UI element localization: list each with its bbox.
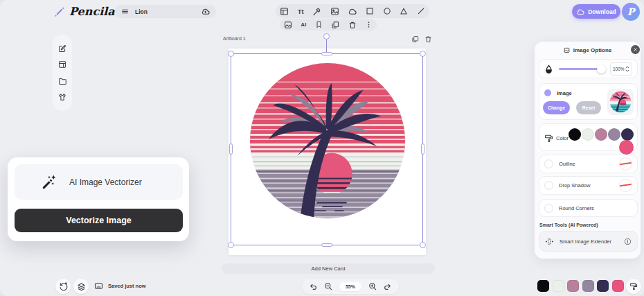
opacity-droplet-icon: [544, 64, 553, 73]
pencil-logo-icon: [54, 6, 66, 17]
panel-close-button[interactable]: [631, 45, 640, 54]
rotate-handle[interactable]: [323, 33, 330, 40]
opacity-slider[interactable]: [559, 68, 605, 70]
menu-icon[interactable]: [121, 8, 129, 15]
drop-shadow-toggle[interactable]: [544, 181, 553, 190]
paint-roller-icon: [544, 134, 553, 143]
artboard-duplicate-icon[interactable]: [411, 35, 419, 43]
magic-wand-icon: [41, 173, 58, 191]
resize-handle-ne[interactable]: [420, 51, 426, 57]
resize-handle-s[interactable]: [321, 243, 332, 247]
artboard-trash-icon[interactable]: [424, 35, 432, 43]
color-swatch[interactable]: [569, 128, 581, 141]
change-image-button[interactable]: Change: [543, 101, 570, 114]
cloud-sync-icon[interactable]: [201, 7, 210, 16]
history-button[interactable]: [55, 279, 71, 294]
main-toolbar: Tt: [276, 4, 429, 18]
color-swatch-list: [567, 128, 634, 155]
smart-extender-card[interactable]: Smart Image Extender: [539, 231, 638, 252]
zoom-level-value[interactable]: 55%: [339, 282, 361, 291]
undo-icon[interactable]: [309, 282, 317, 290]
artboard-icon[interactable]: [280, 7, 289, 16]
redo-icon[interactable]: [384, 282, 392, 290]
info-icon[interactable]: [624, 238, 632, 245]
saved-text: Saved just now: [108, 283, 146, 289]
trash-icon[interactable]: [348, 21, 357, 29]
image-extender-icon: [545, 237, 554, 246]
edit-icon[interactable]: [58, 44, 66, 53]
zoom-in-icon[interactable]: [368, 282, 377, 290]
add-new-card-button[interactable]: Add New Card: [222, 263, 435, 274]
color-swatch[interactable]: [567, 280, 579, 292]
resize-handle-sw[interactable]: [228, 242, 234, 248]
color-swatch[interactable]: [582, 280, 594, 292]
color-swatch[interactable]: [621, 128, 634, 141]
logo-text: Pencila: [69, 5, 115, 18]
zoom-controls: 55%: [302, 279, 399, 294]
color-swatch[interactable]: [553, 280, 564, 292]
outline-toggle[interactable]: [544, 159, 553, 168]
download-label: Download: [588, 8, 616, 15]
opacity-value-stepper[interactable]: 100%: [610, 62, 632, 76]
resize-handle-se[interactable]: [420, 242, 426, 248]
drop-shadow-card: Drop Shadow: [539, 176, 638, 195]
resize-handle-e[interactable]: [421, 143, 424, 155]
drop-shadow-label: Drop Shadow: [559, 182, 614, 189]
drop-shadow-none-swatch[interactable]: [619, 179, 632, 192]
square-icon[interactable]: [366, 7, 374, 15]
color-swatch[interactable]: [608, 128, 620, 141]
object-toolbar: AI: [280, 19, 377, 31]
reset-image-button[interactable]: Reset: [576, 101, 601, 114]
resize-handle-w[interactable]: [229, 143, 233, 155]
zoom-out-icon[interactable]: [324, 282, 332, 290]
opacity-value: 100%: [613, 67, 625, 71]
artboard-label[interactable]: Artboard 1: [223, 36, 246, 41]
quick-color-palette: [537, 280, 624, 292]
vectorizer-title: AI Image Vectorizer: [69, 177, 142, 187]
line-icon[interactable]: [417, 7, 425, 15]
pen-icon[interactable]: [312, 7, 321, 16]
more-icon[interactable]: [365, 21, 373, 28]
folder-icon[interactable]: [58, 77, 66, 85]
image-icon[interactable]: [330, 7, 339, 16]
outline-none-swatch[interactable]: [619, 157, 632, 171]
circle-icon[interactable]: [383, 7, 391, 15]
vectorizer-header-card: AI Image Vectorizer: [15, 164, 183, 200]
cloud-upload-icon[interactable]: [348, 7, 357, 16]
download-button[interactable]: Download: [572, 4, 620, 19]
reset-label: Reset: [582, 105, 596, 110]
round-corners-toggle[interactable]: [544, 204, 553, 213]
duplicate-icon[interactable]: [331, 21, 339, 29]
bookmark-icon[interactable]: [315, 21, 323, 28]
color-swatch[interactable]: [619, 140, 634, 155]
color-swatch[interactable]: [582, 128, 594, 141]
triangle-icon[interactable]: [400, 7, 408, 15]
photo-icon[interactable]: [284, 21, 292, 29]
color-swatch[interactable]: [597, 280, 609, 292]
stepper-chevrons-icon[interactable]: [625, 66, 629, 72]
tshirt-icon[interactable]: [58, 93, 66, 101]
rotation-line: [326, 39, 327, 53]
app-logo[interactable]: Pencila: [54, 5, 115, 18]
image-thumbnail[interactable]: [607, 89, 634, 115]
resize-handle-n[interactable]: [321, 52, 332, 55]
avatar[interactable]: P: [622, 3, 640, 21]
text-icon[interactable]: Tt: [298, 8, 304, 15]
template-icon[interactable]: [58, 60, 66, 69]
artboard-actions: [411, 35, 432, 43]
color-swatch[interactable]: [612, 280, 624, 292]
opacity-slider-knob[interactable]: [597, 64, 606, 73]
recolor-button[interactable]: [626, 279, 641, 294]
vectorize-image-button[interactable]: Vectorize Image: [15, 209, 183, 232]
change-label: Change: [548, 105, 565, 110]
color-swatch[interactable]: [537, 280, 549, 292]
layers-button[interactable]: [73, 279, 89, 294]
ai-icon[interactable]: AI: [301, 21, 306, 28]
download-cloud-icon: [576, 8, 584, 16]
resize-handle-nw[interactable]: [228, 51, 234, 57]
color-card: Color: [539, 123, 638, 151]
app-window: Pencila Lion Tt AI Download P: [0, 0, 644, 296]
file-menu-pill[interactable]: Lion: [115, 5, 216, 18]
palm-sunset-image[interactable]: [248, 61, 407, 220]
color-swatch[interactable]: [595, 128, 607, 141]
